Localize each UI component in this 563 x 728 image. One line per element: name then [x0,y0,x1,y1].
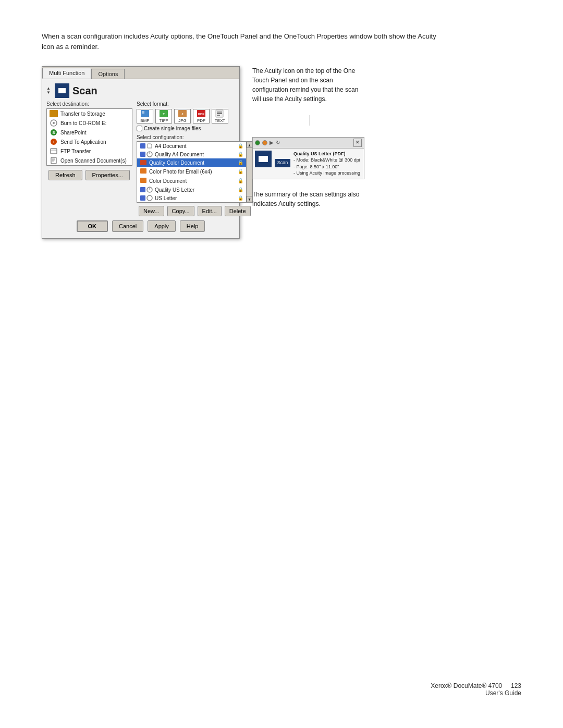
fmt-jpg-label: JPG [178,118,187,123]
config-qualityus-icon [140,187,153,193]
dest-sharepoint[interactable]: S SharePoint [47,128,132,137]
config-colordoc-label: Color Document [149,178,187,184]
annotations-panel: The Acuity icon on the top of the One To… [252,66,367,208]
format-section: Select format: BMP [137,101,253,131]
ok-cancel-row: OK Cancel Apply Help [46,220,235,232]
refresh-button[interactable]: Refresh [48,170,82,180]
select-format-label: Select format: [137,101,253,107]
mini-text-content: Quality US Letter (PDF) - Mode: Black&Wh… [293,151,360,177]
left-panel: Select destination: Transfer to Storage [46,101,132,216]
svg-rect-28 [140,160,146,165]
annotation-text-1: The Acuity icon on the top of the One To… [252,66,367,104]
footer-page-number: 123 [511,682,521,689]
dot-green-icon [255,140,260,145]
dest-sharepoint-label: SharePoint [60,130,86,135]
dest-ftp-label: FTP Transfer [60,149,91,154]
mini-acuity: - Using Acuity image processing [293,170,360,176]
config-usletter-icon [140,195,153,201]
edit-button[interactable]: Edit... [198,206,222,216]
svg-rect-29 [140,168,146,174]
mini-mode: - Mode: Black&White @ 300 dpi [293,157,360,163]
dest-storage-icon [50,110,58,117]
vert-line [310,115,310,126]
footer-guide: User's Guide [431,689,521,697]
dest-opendoc-label: Open Scanned Document(s) [60,158,127,164]
mini-title: Quality US Letter (PDF) [293,151,346,156]
config-section: Select configuration: [137,134,253,203]
config-qualitycolor[interactable]: Quality Color Document 🔓 [137,158,246,167]
tab-multi-function[interactable]: Multi Function [42,68,91,79]
mini-forward-icon[interactable]: ▶ [270,139,274,146]
dest-sendapp[interactable]: + Send To Application [47,137,132,146]
fmt-pdf[interactable]: PDF PDF [193,109,210,124]
fmt-text[interactable]: TEXT [212,109,228,124]
config-qualityus[interactable]: Quality US Letter 🔒 [137,186,246,194]
destination-list: Transfer to Storage Burn to CD-ROM E: [46,108,132,166]
svg-rect-6 [51,149,57,154]
config-a4doc[interactable]: A4 Document 🔒 [137,142,246,150]
mini-scan-button-label: Scan [275,159,290,167]
config-colordoc[interactable]: Color Document 🔓 [137,176,246,186]
dest-sendapp-icon: + [50,138,58,145]
fmt-jpg[interactable]: J JPG [174,109,191,124]
help-button[interactable]: Help [180,220,205,232]
ok-button[interactable]: OK [77,220,108,232]
dialog-body: ▲ ▼ Scan Select destination: Transfer to… [42,79,239,238]
main-content-row: Multi Function Options ▲ ▼ Scan Select d… [42,66,521,239]
right-panel: Select format: BMP [137,101,253,216]
cancel-button[interactable]: Cancel [112,220,143,232]
create-single-checkbox[interactable] [137,126,142,131]
dialog-two-col: Select destination: Transfer to Storage [46,101,235,216]
svg-text:T: T [163,113,165,116]
svg-text:S: S [52,130,55,135]
create-single-label: Create single image files [144,126,201,131]
svg-text:PDF: PDF [198,113,204,116]
config-colorphoto-icon [140,168,147,175]
dest-transfer-label: Transfer to Storage [60,111,105,117]
config-qualitycolor-lock-icon: 🔓 [238,160,243,165]
copy-button[interactable]: Copy... [167,206,194,216]
mini-panel-header: ▶ ↻ ✕ [253,138,364,149]
svg-rect-8 [51,157,56,164]
page-footer: Xerox® DocuMate® 4700 123 User's Guide [431,682,521,697]
config-list-wrapper: A4 Document 🔒 [137,141,253,203]
config-qualitya4[interactable]: Quality A4 Document 🔒 [137,150,246,158]
fmt-pdf-label: PDF [197,118,205,123]
properties-button[interactable]: Properties... [85,170,130,180]
config-scrollbar: ▲ ▼ [246,142,252,202]
dest-sharepoint-icon: S [50,129,58,136]
dest-cdrom-icon [50,119,58,127]
apply-button[interactable]: Apply [148,220,176,232]
tab-options[interactable]: Options [91,69,125,79]
config-colorphoto-label: Color Photo for Email (6x4) [149,169,212,175]
dest-opendoc[interactable]: Open Scanned Document(s) [47,156,132,165]
delete-button[interactable]: Delete [225,206,251,216]
dest-transfer[interactable]: Transfer to Storage [47,109,132,118]
config-a4doc-icon [140,143,153,149]
scan-title: Scan [72,85,97,97]
config-usletter[interactable]: US Letter 🔒 [137,194,246,202]
config-qualityus-label: Quality US Letter [155,187,194,193]
config-qualitycolor-icon [140,159,147,166]
fmt-tiff[interactable]: T TIFF [155,109,172,124]
config-qualitycolor-label: Quality Color Document [149,160,204,166]
config-qualityus-lock-icon: 🔒 [238,187,243,192]
mini-close-button[interactable]: ✕ [353,139,362,147]
mini-panel: ▶ ↻ ✕ Scan Quality US Letter (PDF) - Mod… [252,137,364,179]
dialog-window: Multi Function Options ▲ ▼ Scan Select d… [42,66,240,239]
dest-cdrom[interactable]: Burn to CD-ROM E: [47,118,132,128]
svg-text:+: + [53,140,55,144]
dest-opendoc-icon [50,157,58,164]
mini-scan-label: Scan [275,151,290,177]
mini-refresh-icon[interactable]: ↻ [276,139,280,146]
config-colorphoto[interactable]: Color Photo for Email (6x4) 🔓 [137,167,246,176]
config-usletter-label: US Letter [155,195,177,201]
config-qualitya4-icon [140,151,153,157]
config-qualitya4-lock-icon: 🔒 [238,152,243,157]
scroll-down-btn[interactable]: ▼ [247,196,253,202]
scroll-up-btn[interactable]: ▲ [247,142,253,148]
new-button[interactable]: New... [139,206,164,216]
config-a4doc-label: A4 Document [155,143,187,149]
dest-ftp[interactable]: FTP Transfer [47,146,132,156]
fmt-bmp[interactable]: BMP [137,109,153,124]
